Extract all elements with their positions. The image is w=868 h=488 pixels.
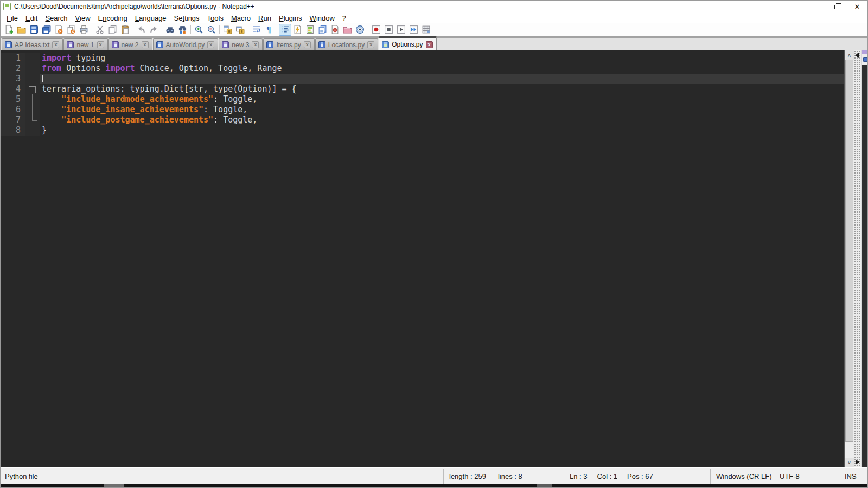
find-button[interactable] [164, 24, 176, 36]
document-list-icon [318, 25, 327, 34]
sync-vertical-scroll-icon [223, 25, 232, 34]
tab-items[interactable]: Items.py x [263, 38, 314, 50]
word-wrap-button[interactable] [250, 24, 263, 36]
sync-vertical-scroll-button[interactable] [221, 24, 234, 36]
tab-close-icon[interactable]: x [252, 41, 259, 48]
menu-plugins[interactable]: Plugins [275, 14, 306, 23]
menu-language[interactable]: Language [131, 14, 170, 23]
status-eol-format[interactable]: Windows (CR LF) [710, 469, 774, 484]
tab-close-icon[interactable]: x [52, 41, 59, 48]
tab-new-1[interactable]: new 1 x [63, 38, 107, 50]
panel-splitter[interactable] [854, 50, 861, 467]
play-macro-icon [397, 25, 406, 34]
minimize-button[interactable] [806, 1, 826, 12]
menu-help[interactable]: ? [339, 14, 350, 23]
tab-close-icon[interactable]: x [426, 41, 433, 48]
status-insert-mode[interactable]: INS [839, 469, 867, 484]
monitoring-button[interactable] [354, 24, 366, 36]
toolbar-separator [277, 25, 277, 34]
cut-icon [95, 25, 105, 34]
line-number: 6 [1, 105, 25, 115]
toolbar-separator [219, 25, 220, 34]
status-col: Col : 1 [597, 472, 618, 480]
scroll-down-icon[interactable]: ∨ [845, 458, 854, 467]
save-all-button[interactable] [40, 24, 53, 36]
show-indent-guide-button[interactable] [279, 24, 291, 36]
sync-horizontal-scroll-button[interactable] [234, 24, 246, 36]
close-file-button[interactable] [53, 24, 65, 36]
tab-new-2[interactable]: new 2 x [108, 38, 152, 50]
menu-encoding[interactable]: Encoding [94, 14, 131, 23]
plugin-button[interactable] [329, 24, 341, 36]
menu-settings[interactable]: Settings [170, 14, 203, 23]
open-file-button[interactable] [15, 24, 28, 36]
redo-button[interactable] [148, 24, 160, 36]
document-map-button[interactable] [304, 24, 316, 36]
menu-search[interactable]: Search [41, 14, 71, 23]
line-number: 5 [1, 94, 25, 105]
menu-macro[interactable]: Macro [227, 14, 254, 23]
function-list-button[interactable] [291, 24, 304, 36]
tab-close-icon[interactable]: x [367, 41, 374, 48]
menu-run[interactable]: Run [254, 14, 275, 23]
new-file-button[interactable] [3, 24, 15, 36]
tab-close-icon[interactable]: x [142, 41, 149, 48]
close-button[interactable]: ✕ [847, 1, 867, 12]
tab-close-icon[interactable]: x [97, 41, 104, 48]
tab-close-icon[interactable]: x [207, 41, 214, 48]
code-editor[interactable]: 1import typing 2from Options import Choi… [1, 50, 844, 467]
scrollbar-thumb[interactable] [845, 60, 853, 442]
save-file-button[interactable] [28, 24, 40, 36]
minimize-icon [813, 7, 819, 7]
collapse-left-icon[interactable] [855, 53, 859, 58]
menu-tools[interactable]: Tools [203, 14, 227, 23]
docked-panel-body [862, 65, 867, 467]
menu-window[interactable]: Window [306, 14, 339, 23]
text-caret [42, 75, 43, 82]
function-list-icon [293, 25, 302, 34]
stop-macro-icon [384, 25, 393, 34]
folder-as-workspace-icon [343, 25, 352, 34]
cut-button[interactable] [94, 24, 106, 36]
run-macro-multiple-button[interactable] [407, 24, 420, 36]
tab-options-active[interactable]: Options.py x [379, 36, 436, 50]
monitoring-eye-icon [355, 25, 365, 34]
zoom-in-button[interactable] [193, 24, 205, 36]
scrollbar-track[interactable] [845, 60, 854, 458]
stop-macro-button[interactable] [382, 24, 395, 36]
print-button[interactable] [78, 24, 90, 36]
status-encoding[interactable]: UTF-8 [774, 469, 839, 484]
close-all-button[interactable] [65, 24, 78, 36]
collapse-right-icon[interactable] [856, 459, 859, 465]
tab-ap-ideas[interactable]: AP Ideas.txt x [2, 38, 63, 50]
folder-as-workspace-button[interactable] [341, 24, 354, 36]
copy-button[interactable] [106, 24, 119, 36]
tab-locations[interactable]: Locations.py x [315, 38, 378, 50]
menu-edit[interactable]: Edit [22, 14, 41, 23]
undo-button[interactable] [135, 24, 148, 36]
tab-autoworld[interactable]: AutoWorld.py x [153, 38, 219, 50]
show-all-characters-button[interactable]: ¶ [263, 24, 275, 36]
toolbar-separator [190, 25, 191, 34]
menu-file[interactable]: File [3, 14, 22, 23]
restore-button[interactable] [826, 1, 847, 12]
status-pos: Pos : 67 [627, 472, 653, 480]
fold-collapse-icon[interactable] [25, 84, 40, 94]
scroll-up-icon[interactable]: ∧ [845, 50, 854, 60]
menu-bar: File Edit Search View Encoding Language … [1, 12, 867, 23]
menu-view[interactable]: View [72, 14, 94, 23]
document-list-button[interactable] [316, 24, 329, 36]
play-macro-button[interactable] [395, 24, 407, 36]
vertical-scrollbar[interactable]: ∧ ∨ [844, 50, 854, 467]
tab-label: Locations.py [328, 41, 365, 49]
toolbar-separator [92, 25, 92, 34]
replace-button[interactable] [176, 24, 189, 36]
save-recorded-macro-button[interactable] [420, 24, 432, 36]
tab-new-3[interactable]: new 3 x [219, 38, 263, 50]
paste-button[interactable] [119, 24, 131, 36]
status-length-lines: length : 259 lines : 8 [443, 469, 564, 484]
docked-panel-tab[interactable] [862, 54, 867, 65]
tab-close-icon[interactable]: x [304, 41, 311, 48]
record-macro-button[interactable] [370, 24, 382, 36]
zoom-out-button[interactable] [205, 24, 218, 36]
